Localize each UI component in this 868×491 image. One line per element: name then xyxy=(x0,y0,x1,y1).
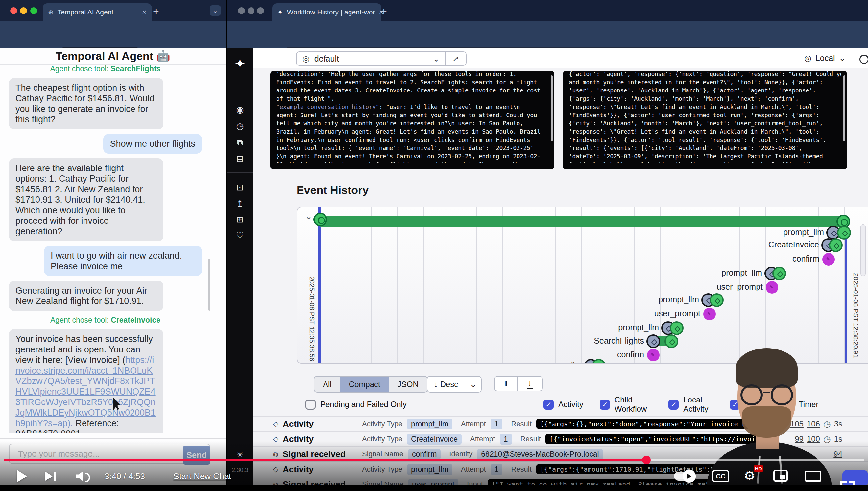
view-toggle: All Compact JSON xyxy=(314,376,428,393)
close-window-button[interactable] xyxy=(238,7,245,14)
event-json-line: 'dateTo': '2025-03-09', 'description': '… xyxy=(569,152,841,160)
activity-completed-marker[interactable] xyxy=(710,293,724,307)
workflow-input-line: around the event dates 3. CreateInvoice:… xyxy=(276,86,549,94)
view-compact-button[interactable]: Compact xyxy=(340,377,389,392)
workflows-icon[interactable]: ◉ xyxy=(227,105,253,115)
signal-marker[interactable] xyxy=(766,281,778,293)
checkbox-label: Activity xyxy=(558,400,583,409)
stack-icon[interactable]: ⧉ xyxy=(227,138,253,148)
next-video-button[interactable] xyxy=(45,471,56,482)
cluster-select[interactable]: ◎ Local ⌄ xyxy=(804,53,846,63)
timeline-gridline xyxy=(397,207,398,363)
workflow-input-line: in February.\n user_confirmed_tool_run: … xyxy=(276,136,549,144)
volume-icon[interactable] xyxy=(76,471,83,481)
video-playhead[interactable] xyxy=(642,456,651,464)
play-button[interactable] xyxy=(17,470,27,483)
code-scrollbar[interactable] xyxy=(843,75,845,141)
code-scrollbar[interactable] xyxy=(551,75,553,141)
temporal-logo-icon[interactable]: ✦ xyxy=(227,56,253,71)
filter-child-workflow[interactable]: ✓Child Workflow xyxy=(600,395,647,414)
tool-notice-tool: SearchFlights xyxy=(111,64,161,73)
sort-desc-button[interactable]: ↓ Desc xyxy=(427,380,465,389)
captions-button[interactable]: CC xyxy=(712,470,729,483)
minimize-window-button[interactable] xyxy=(248,7,254,14)
timeline-panel[interactable]: ⌄ 2025-01-08 PST 12:35:38.562025-01-08 P… xyxy=(297,207,868,364)
video-progress-bar[interactable] xyxy=(4,459,864,461)
open-namespace-button[interactable]: ↗ xyxy=(445,51,467,66)
timeline-end-timestamp: 2025-01-08 PST 12:38:20.91 xyxy=(852,273,860,358)
start-new-chat-link[interactable]: Start New Chat xyxy=(173,471,231,482)
minimize-window-button[interactable] xyxy=(20,7,27,14)
timeline-collapse-chevron[interactable]: ⌄ xyxy=(305,211,312,222)
timeline-gridline xyxy=(424,207,424,363)
new-tab-button[interactable]: + xyxy=(153,5,159,18)
upload-icon[interactable]: ↥ xyxy=(227,199,253,209)
data-encoder-glasses-icon[interactable] xyxy=(859,54,868,63)
sort-chevron-button[interactable]: ⌄ xyxy=(465,377,481,392)
schedules-icon[interactable]: ◷ xyxy=(227,121,253,131)
pending-failed-checkbox[interactable] xyxy=(305,400,316,410)
pending-failed-filter[interactable]: Pending and Failed Only xyxy=(305,399,407,410)
chevron-down-icon: ⌄ xyxy=(839,53,846,63)
chat-page: Temporal AI Agent 🤖 Agent chose tool: Se… xyxy=(0,48,226,485)
timeline-scrollbar[interactable] xyxy=(861,225,866,276)
tab-search-chevron[interactable]: ⌄ xyxy=(210,5,221,16)
workflow-input-code-panel[interactable]: 'description': 'Help the user gather arg… xyxy=(270,71,554,170)
activity-completed-marker[interactable] xyxy=(829,238,843,252)
close-tab-icon[interactable]: × xyxy=(142,7,147,17)
timeline-gridline xyxy=(371,207,372,363)
activity-completed-marker[interactable] xyxy=(670,321,684,335)
event-id-link[interactable]: 106 xyxy=(807,419,820,429)
activity-scheduled-marker[interactable] xyxy=(646,334,660,348)
new-tab-button[interactable]: + xyxy=(381,5,387,18)
chat-scroll[interactable]: Agent chose tool: SearchFlightsThe cheap… xyxy=(9,64,202,433)
view-all-button[interactable]: All xyxy=(314,377,340,392)
theater-mode-button[interactable] xyxy=(805,470,821,482)
miniplayer-button[interactable] xyxy=(773,470,788,482)
tab-title: Workflow History | agent-wor xyxy=(287,8,375,16)
tool-notice-prefix: Agent chose tool: xyxy=(50,316,111,324)
event-json-code-panel[interactable]: {'actor': 'agent', 'response': {'next': … xyxy=(563,71,847,170)
archive-icon[interactable]: ⊟ xyxy=(227,154,253,164)
namespace-select[interactable]: ◎ default ⌄ xyxy=(296,51,445,66)
checkbox[interactable]: ✓ xyxy=(544,400,554,410)
timeline-event-label: CreateInvoice xyxy=(681,240,819,250)
activity-completed-marker[interactable] xyxy=(837,226,851,239)
signal-marker[interactable] xyxy=(647,349,659,362)
checkbox[interactable]: ✓ xyxy=(600,400,610,410)
zoom-window-button[interactable] xyxy=(257,7,264,14)
chat-scrollbar[interactable] xyxy=(209,259,210,311)
left-tab-bar: ⊕ Temporal AI Agent × + ⌄ xyxy=(0,0,226,21)
signal-marker[interactable] xyxy=(703,308,716,320)
tab-temporal-ai-agent[interactable]: ⊕ Temporal AI Agent × xyxy=(43,3,152,21)
workflow-input-line: FindEvents: Find an event to travel to 2… xyxy=(276,78,549,86)
signal-marker[interactable] xyxy=(822,253,835,266)
zoom-window-button[interactable] xyxy=(30,7,37,14)
timeline-event-label: prompt_llm xyxy=(686,227,824,237)
checkbox-label: Child Workflow xyxy=(615,395,647,414)
cluster-icon: ◎ xyxy=(804,53,811,63)
download-button[interactable]: ↓ xyxy=(517,376,543,391)
workflow-start-marker[interactable] xyxy=(313,212,327,226)
letterbox-bar xyxy=(0,485,868,491)
invoice-link[interactable]: https://invoice.stripe.com/i/acct_1NBOLu… xyxy=(16,355,156,428)
feedback-heart-icon[interactable]: ♡ xyxy=(227,230,253,240)
view-json-button[interactable]: JSON xyxy=(389,377,427,392)
labs-icon[interactable]: ⊞ xyxy=(227,214,253,225)
filter-activity[interactable]: ✓Activity xyxy=(544,400,583,410)
presenter-glasses xyxy=(740,384,763,405)
activity-completed-marker[interactable] xyxy=(772,266,786,280)
tab-workflow-history[interactable]: ✦ Workflow History | agent-wor × xyxy=(272,3,381,21)
hd-badge: HD xyxy=(753,465,764,471)
event-json-line: {'actor': 'agent', 'response': {'next': … xyxy=(569,71,841,78)
autoplay-toggle[interactable] xyxy=(674,471,696,481)
filter-local-activity[interactable]: ✓Local Activity xyxy=(669,395,708,414)
activity-completed-marker[interactable] xyxy=(664,334,678,348)
checkbox[interactable]: ✓ xyxy=(669,400,679,410)
event-id-link[interactable]: 105 xyxy=(790,419,804,429)
event-json-line: {'args': {'city': 'Auckland', 'month': '… xyxy=(569,94,841,103)
pause-button[interactable]: ‖ xyxy=(494,376,518,391)
close-window-button[interactable] xyxy=(10,7,17,14)
settings-gear-icon[interactable]: ⚙HD xyxy=(744,468,755,483)
cube-icon[interactable]: ⊡ xyxy=(227,182,253,193)
